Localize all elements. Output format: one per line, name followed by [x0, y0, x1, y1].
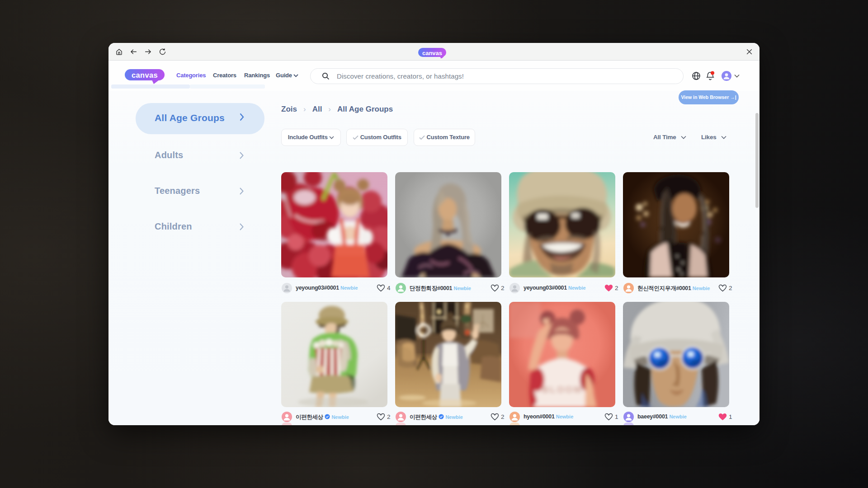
svg-text:canvas: canvas — [422, 50, 442, 56]
svg-text:BLOOM: BLOOM — [542, 385, 582, 394]
